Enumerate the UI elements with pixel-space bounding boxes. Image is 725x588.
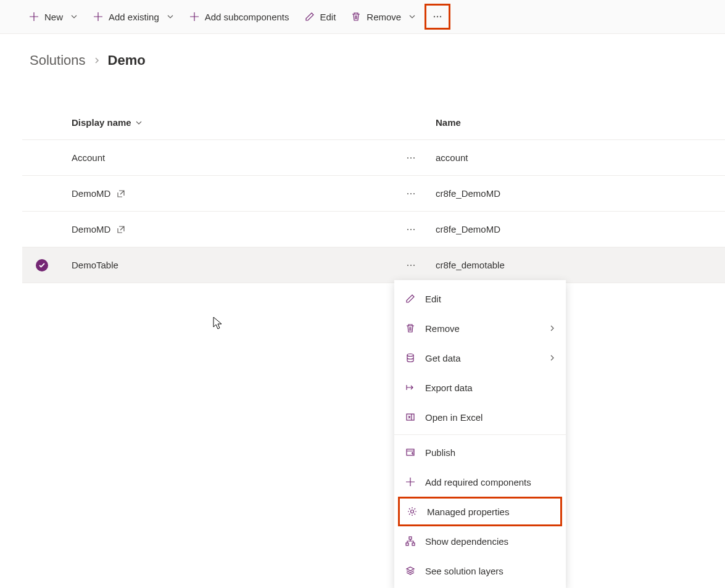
cell-display-name: DemoMD: [72, 188, 386, 199]
cell-name: cr8fe_DemoMD: [436, 224, 500, 234]
new-label: New: [44, 12, 63, 22]
svg-point-3: [407, 157, 408, 158]
column-display-name-label: Display name: [72, 117, 131, 128]
chevron-down-icon: [408, 13, 416, 20]
svg-point-0: [434, 16, 435, 17]
column-name-label: Name: [436, 117, 461, 128]
add-subcomponents-label: Add subcomponents: [205, 12, 289, 22]
more-horizontal-icon: [406, 260, 416, 270]
remove-button[interactable]: Remove: [344, 4, 422, 29]
open-external-icon[interactable]: [117, 225, 125, 234]
svg-point-12: [407, 264, 408, 265]
column-display-name[interactable]: Display name: [72, 117, 436, 128]
toolbar: New Add existing Add subcomponents Edit …: [0, 0, 725, 34]
edit-label: Edit: [320, 12, 336, 22]
add-existing-button[interactable]: Add existing: [86, 4, 180, 29]
table-row[interactable]: DemoTable cr8fe_demotable: [22, 247, 725, 283]
chevron-down-icon: [70, 13, 78, 20]
chevron-down-icon: [167, 13, 174, 20]
edit-button[interactable]: Edit: [298, 4, 342, 29]
cell-name: cr8fe_demotable: [436, 260, 505, 270]
trash-icon: [350, 11, 362, 22]
table-row[interactable]: Account account: [22, 140, 725, 176]
name-value: account: [436, 152, 468, 163]
add-existing-label: Add existing: [109, 12, 159, 22]
svg-point-4: [410, 157, 412, 158]
breadcrumb-current: Demo: [108, 52, 146, 68]
column-name[interactable]: Name: [436, 117, 461, 128]
more-horizontal-icon: [406, 189, 416, 199]
svg-point-10: [410, 228, 412, 230]
chevron-right-icon: [93, 57, 101, 64]
remove-label: Remove: [367, 12, 401, 22]
svg-point-11: [413, 228, 415, 230]
svg-point-13: [410, 264, 412, 265]
svg-point-14: [413, 264, 415, 265]
display-name-value: DemoMD: [72, 224, 110, 234]
check-circle-icon: [36, 259, 48, 271]
cell-display-name: DemoTable: [72, 260, 386, 270]
cell-display-name: DemoMD: [72, 224, 386, 234]
context-menu: Edit Remove Get data Export data Open in…: [394, 280, 566, 283]
add-subcomponents-button[interactable]: Add subcomponents: [183, 4, 296, 29]
cell-name: cr8fe_DemoMD: [436, 188, 500, 199]
plus-icon: [28, 11, 39, 22]
more-commands-button[interactable]: [425, 4, 450, 30]
breadcrumb: Solutions Demo: [0, 34, 725, 81]
breadcrumb-parent[interactable]: Solutions: [30, 52, 86, 68]
cell-display-name: Account: [72, 152, 386, 163]
row-more-button[interactable]: [397, 216, 425, 243]
name-value: cr8fe_demotable: [436, 260, 505, 270]
svg-point-9: [407, 228, 408, 230]
svg-point-1: [437, 16, 438, 17]
svg-point-8: [413, 193, 415, 194]
row-check[interactable]: [36, 259, 72, 271]
cell-name: account: [436, 152, 468, 163]
new-button[interactable]: New: [22, 4, 84, 29]
more-horizontal-icon: [432, 11, 443, 22]
svg-point-7: [410, 193, 412, 194]
table-row[interactable]: DemoMD cr8fe_DemoMD: [22, 176, 725, 212]
chevron-down-icon: [135, 119, 143, 126]
open-external-icon[interactable]: [117, 189, 125, 198]
components-table: Display name Name Account account: [22, 106, 725, 283]
name-value: cr8fe_DemoMD: [436, 224, 500, 234]
plus-icon: [93, 11, 104, 22]
svg-point-2: [440, 16, 441, 17]
display-name-value: DemoTable: [72, 260, 118, 270]
table-header: Display name Name: [22, 106, 725, 140]
display-name-value: Account: [72, 152, 105, 163]
svg-point-6: [407, 193, 408, 194]
more-horizontal-icon: [406, 153, 416, 163]
row-more-button[interactable]: [397, 252, 425, 279]
name-value: cr8fe_DemoMD: [436, 188, 500, 199]
display-name-value: DemoMD: [72, 188, 110, 199]
row-more-button[interactable]: [397, 144, 425, 172]
table-row[interactable]: DemoMD cr8fe_DemoMD: [22, 212, 725, 247]
row-more-button[interactable]: [397, 180, 425, 207]
svg-point-5: [413, 157, 415, 158]
pencil-icon: [304, 11, 315, 22]
more-horizontal-icon: [406, 225, 416, 234]
plus-icon: [189, 11, 200, 22]
